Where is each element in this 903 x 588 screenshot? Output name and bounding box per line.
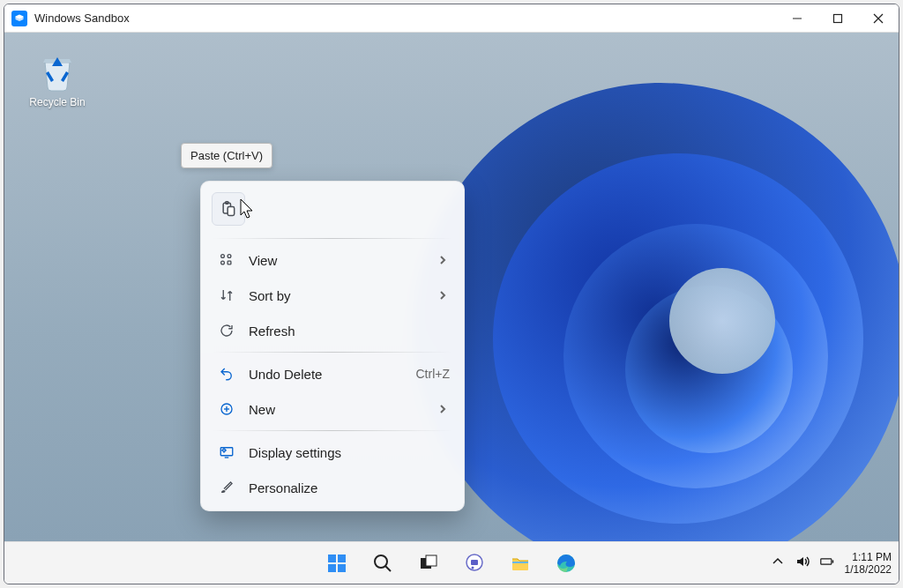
display-settings-icon [215,444,238,460]
menu-item-label: Personalize [249,480,450,495]
chevron-right-icon [436,256,450,264]
taskbar-center [317,546,586,581]
window-title: Windows Sandbox [34,11,130,25]
svg-rect-14 [220,448,233,456]
paste-tooltip: Paste (Ctrl+V) [181,143,272,168]
task-view-button[interactable] [409,546,448,581]
chat-icon [464,553,485,574]
tray-chevron-up-icon[interactable] [771,555,785,572]
menu-item-undo-delete[interactable]: Undo Delete Ctrl+Z [206,356,459,391]
svg-rect-24 [426,555,437,566]
menu-item-label: New [249,402,436,417]
svg-point-9 [221,261,225,264]
chevron-right-icon [436,291,450,300]
windows-logo-icon [326,553,347,574]
maximize-button[interactable] [817,4,858,33]
recycle-bin-icon [36,50,78,93]
titlebar: Windows Sandbox [4,4,899,33]
clipboard-icon [220,200,237,218]
folder-icon [510,553,531,574]
start-button[interactable] [317,546,356,581]
svg-point-8 [228,255,231,258]
menu-item-label: Refresh [249,324,450,339]
menu-item-sort-by[interactable]: Sort by [206,278,459,313]
date-text: 1/18/2022 [845,563,892,576]
edge-button[interactable] [547,546,586,581]
refresh-icon [215,323,238,339]
sort-icon [215,287,238,303]
menu-item-refresh[interactable]: Refresh [206,313,459,348]
brush-icon [215,480,238,495]
volume-icon[interactable] [795,555,810,572]
system-tray: 1:11 PM 1/18/2022 [771,542,892,584]
svg-rect-28 [512,562,528,563]
desktop[interactable]: Recycle Bin Paste (Ctrl+V) View [4,33,899,541]
undo-icon [215,366,238,382]
svg-rect-19 [328,564,336,572]
menu-item-label: Undo Delete [249,367,416,382]
sandbox-window: Windows Sandbox [4,4,899,584]
svg-point-16 [223,449,226,451]
svg-rect-10 [228,261,231,264]
menu-item-new[interactable]: New [206,391,459,427]
svg-rect-6 [228,207,235,216]
search-icon [372,553,393,574]
svg-rect-1 [834,14,842,22]
grid-icon [215,252,238,268]
minimize-button[interactable] [777,4,817,33]
menu-item-label: Display settings [249,445,450,460]
svg-rect-26 [471,560,478,565]
svg-point-27 [472,566,474,569]
plus-circle-icon [215,401,238,417]
svg-line-22 [385,566,391,571]
time-text: 1:11 PM [845,551,892,563]
menu-separator [212,430,453,431]
menu-item-label: Sort by [249,288,436,303]
taskbar: 1:11 PM 1/18/2022 [4,541,899,584]
recycle-bin[interactable]: Recycle Bin [22,50,93,108]
paste-button[interactable] [212,192,245,226]
desktop-context-menu: View Sort by Refresh Undo Delete Ctrl+Z [200,181,465,511]
sandbox-app-icon [11,11,27,26]
menu-item-accelerator: Ctrl+Z [416,367,451,381]
menu-separator [212,352,453,353]
chat-button[interactable] [455,546,494,581]
battery-icon[interactable] [820,555,834,572]
svg-rect-31 [832,560,833,562]
menu-item-label: View [249,253,436,268]
menu-separator [212,238,453,239]
menu-item-display-settings[interactable]: Display settings [206,435,459,470]
search-button[interactable] [363,546,402,581]
svg-rect-17 [328,555,336,562]
svg-point-7 [221,255,225,258]
chevron-right-icon [436,405,450,413]
edge-icon [556,553,577,574]
close-button[interactable] [858,4,899,33]
clock[interactable]: 1:11 PM 1/18/2022 [845,551,892,576]
svg-rect-30 [820,559,831,564]
svg-point-21 [375,555,387,568]
svg-rect-18 [338,555,346,562]
task-view-icon [418,553,439,574]
svg-rect-20 [338,564,346,572]
menu-item-personalize[interactable]: Personalize [206,470,459,505]
file-explorer-button[interactable] [501,546,540,581]
recycle-bin-label: Recycle Bin [22,96,93,108]
menu-item-view[interactable]: View [206,242,459,278]
